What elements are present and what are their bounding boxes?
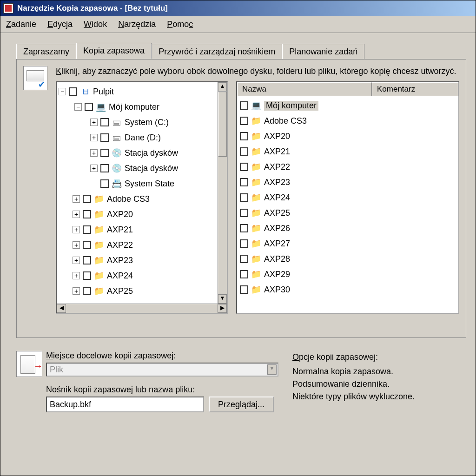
tree-node-system-state[interactable]: 📇 System State [58,176,226,192]
checkbox[interactable] [83,241,91,249]
menu-pomoc[interactable]: Pomoc [167,20,193,29]
menu-edycja[interactable]: Edycja [47,20,73,29]
checkbox[interactable] [83,256,91,264]
list-item[interactable]: 📁AXP27 [238,236,457,251]
expand-icon[interactable]: + [90,149,98,157]
list-item[interactable]: 📁Adobe CS3 [238,113,457,129]
list-item[interactable]: 💻Mój komputer [238,98,457,113]
checkbox[interactable] [240,209,248,217]
tree-node-moj-komputer[interactable]: − 💻 Mój komputer [58,99,226,115]
collapse-icon[interactable]: − [74,103,82,111]
expand-icon[interactable]: + [73,195,80,203]
tree-label: System (C:) [125,118,169,127]
folder-icon: 📁 [94,209,104,219]
tree-node-system-c[interactable]: + 🖴 System (C:) [58,115,226,130]
folder-icon: 📁 [251,254,261,264]
checkbox[interactable] [240,285,248,294]
checkbox[interactable] [83,225,91,234]
tab-planowanie[interactable]: Planowanie zadań [282,44,364,60]
checkbox[interactable] [240,178,248,186]
list-item[interactable]: 📁AXP23 [238,175,457,190]
expand-icon[interactable]: + [73,257,80,264]
scroll-right-icon[interactable]: ▶ [218,304,227,313]
expand-icon[interactable]: + [73,241,80,249]
scroll-up-icon[interactable]: ▲ [218,82,227,92]
expand-icon[interactable]: + [90,165,98,172]
chevron-down-icon[interactable]: ▼ [267,364,277,375]
checkbox[interactable] [100,149,109,157]
expand-icon[interactable]: + [90,119,98,126]
col-komentarz[interactable]: Komentarz [372,82,458,96]
tree-node-stacja2[interactable]: + 💿 Stacja dysków [58,161,226,176]
expand-icon[interactable]: + [73,226,80,233]
menu-widok[interactable]: Widok [84,20,107,29]
folder-icon: 📁 [94,225,104,235]
list-item[interactable]: 📁AXP26 [238,221,457,236]
expand-icon[interactable]: + [73,272,80,279]
tab-kopia-zapasowa[interactable]: Kopia zapasowa [76,43,152,59]
tree-horizontal-scrollbar[interactable]: ◀ ▶ [57,304,227,313]
checkbox[interactable] [240,270,248,278]
list-item[interactable]: 📁AXP22 [238,159,457,175]
checkbox[interactable] [240,239,248,248]
checkbox[interactable] [240,255,248,263]
options-line1: Normalna kopia zapasowa. [292,365,415,378]
expand-icon[interactable]: + [90,134,98,141]
titlebar[interactable]: Narzędzie Kopia zapasowa - [Bez tytułu] [0,0,476,16]
checkbox[interactable] [240,117,248,125]
list-item[interactable]: 📁AXP28 [238,251,457,267]
scroll-left-icon[interactable]: ◀ [57,304,66,313]
tree-node-axp25[interactable]: + 📁 AXP25 [58,284,226,299]
scroll-down-icon[interactable]: ▼ [218,294,227,304]
dest-combo[interactable]: Plik ▼ [46,363,278,377]
tree-node-axp23[interactable]: + 📁 AXP23 [58,253,226,268]
menu-narzedzia[interactable]: Narzędzia [118,20,156,29]
media-filename-input[interactable]: Backup.bkf [46,397,204,412]
checkbox[interactable] [100,133,109,142]
folder-icon: 📁 [94,271,104,281]
list-pane[interactable]: Nazwa Komentarz 💻Mój komputer📁Adobe CS3📁… [236,81,459,314]
tree-node-axp21[interactable]: + 📁 AXP21 [58,222,226,238]
checkbox[interactable] [240,224,248,232]
tree-label: Dane (D:) [125,133,161,143]
tree-vertical-scrollbar[interactable]: ▲ ▼ [218,82,227,304]
checkbox[interactable] [240,193,248,202]
collapse-icon[interactable]: − [59,88,66,95]
list-header[interactable]: Nazwa Komentarz [237,82,458,96]
checkbox[interactable] [83,210,91,218]
checkbox[interactable] [100,179,109,188]
list-item[interactable]: 📁AXP30 [238,282,457,298]
expand-icon[interactable]: + [73,287,80,295]
tab-zapraszamy[interactable]: Zapraszamy [16,44,76,60]
tree-node-stacja1[interactable]: + 💿 Stacja dysków [58,145,226,161]
checkbox[interactable] [85,103,93,111]
list-item[interactable]: 📁AXP25 [238,205,457,221]
checkbox[interactable] [240,101,248,110]
tree-node-axp22[interactable]: + 📁 AXP22 [58,238,226,253]
checkbox[interactable] [83,195,91,203]
scroll-thumb[interactable] [218,92,227,157]
checkbox[interactable] [83,287,91,295]
checkbox[interactable] [240,147,248,156]
tree-node-adobe[interactable]: + 📁 Adobe CS3 [58,192,226,207]
checkbox[interactable] [240,163,248,171]
tree-node-pulpit[interactable]: − 🖥 Pulpit [58,84,226,99]
checkbox[interactable] [83,271,91,280]
list-item[interactable]: 📁AXP29 [238,267,457,282]
checkbox[interactable] [69,87,77,96]
tree-node-axp24[interactable]: + 📁 AXP24 [58,268,226,284]
checkbox[interactable] [240,132,248,140]
tab-przywroc[interactable]: Przywróć i zarządzaj nośnikiem [152,44,282,60]
menu-zadanie[interactable]: Zadanie [6,20,36,29]
expand-icon[interactable]: + [73,211,80,218]
tree-node-dane-d[interactable]: + 🖴 Dane (D:) [58,130,226,145]
tree-node-axp20[interactable]: + 📁 AXP20 [58,207,226,222]
list-item[interactable]: 📁AXP24 [238,190,457,205]
list-item[interactable]: 📁AXP21 [238,144,457,159]
list-item[interactable]: 📁AXP20 [238,129,457,144]
checkbox[interactable] [100,164,109,172]
checkbox[interactable] [100,118,109,126]
tree-pane[interactable]: − 🖥 Pulpit − 💻 Mój komputer + � [56,81,228,314]
col-nazwa[interactable]: Nazwa [237,82,372,96]
browse-button[interactable]: Przeglądaj... [209,397,274,412]
